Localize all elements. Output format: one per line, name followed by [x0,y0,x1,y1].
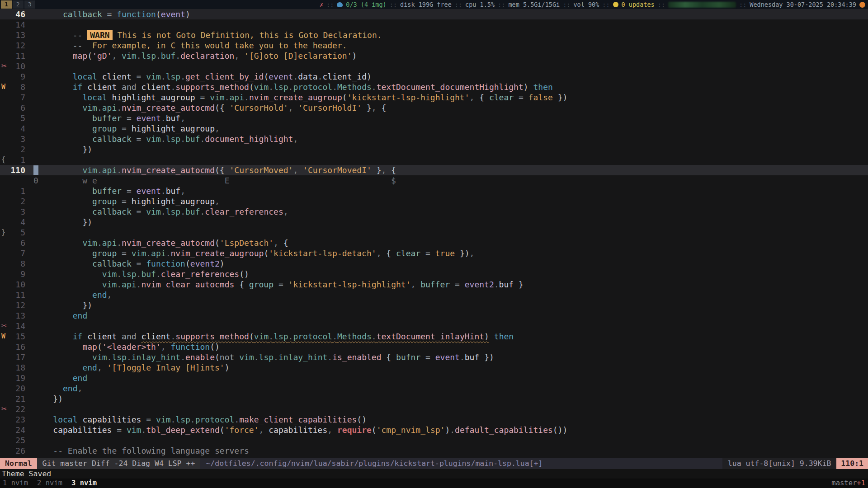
tmux-window-3[interactable]: 3 nvim [71,479,97,488]
line-text [25,61,33,71]
separator: :: [739,1,746,8]
line-number: 20 [10,383,25,394]
line-text [25,404,33,414]
code-line[interactable]: 12 }) [0,300,868,310]
line-number: 22 [10,404,25,414]
code-line[interactable]: 11 map('gD', vim.lsp.buf.declaration, '[… [0,51,868,61]
code-line[interactable]: ✂14 [0,321,868,331]
code-line[interactable]: 10 vim.api.nvim_clear_autocmds { group =… [0,279,868,290]
line-text: callback = vim.lsp.buf.document_highligh… [25,134,298,144]
code-line[interactable]: 13 end [0,310,868,321]
line-text: }) [25,394,63,404]
sign-column [0,113,10,123]
code-line[interactable]: ✂22 [0,404,868,414]
updates-icon [613,2,618,7]
line-number: 11 [10,51,25,61]
separator: :: [602,1,609,8]
code-line[interactable]: 20 end, [0,383,868,394]
code-line[interactable]: 1 buffer = event.buf, [0,186,868,196]
code-line[interactable]: 5 buffer = event.buf, [0,113,868,123]
code-line[interactable]: 6 vim.api.nvim_create_autocmd('LspDetach… [0,238,868,248]
line-number: 12 [10,300,25,310]
line-text: }) [25,300,92,310]
line-text: callback = function(event2) [25,258,225,269]
sign-column [0,30,10,40]
code-line[interactable]: 2 }) [0,144,868,155]
code-line[interactable]: 8 callback = function(event2) [0,258,868,269]
sign-column [0,103,10,113]
terminal-tab-1[interactable]: 1 [1,0,12,9]
code-line[interactable]: 24 capabilities = vim.tbl_deep_extend('f… [0,425,868,435]
tmux-window-2[interactable]: 2 nvim [37,479,62,488]
code-line[interactable]: 3 callback = vim.lsp.buf.clear_reference… [0,206,868,217]
code-line[interactable]: 12 -- For example, in C this would take … [0,40,868,51]
line-text: end [25,310,87,321]
code-line[interactable]: 13 -- WARN This is not Goto Definition, … [0,30,868,40]
code-line[interactable]: }5 [0,227,868,238]
docker-containers: 0/3 (4 img) [346,1,386,8]
code-line[interactable]: {1 [0,155,868,165]
tmux-window-1[interactable]: 1 nvim [3,479,28,488]
virtual-hint-line[interactable]: 0 w e E $ [0,175,868,186]
line-number: 17 [10,352,25,362]
code-line[interactable]: 16 map('<leader>th', function() [0,342,868,352]
code-line[interactable]: 9 local client = vim.lsp.get_client_by_i… [0,71,868,82]
code-line[interactable]: 11 end, [0,290,868,300]
brace-sign-icon: { [0,155,10,165]
line-number: 1 [10,186,25,196]
line-text: capabilities = vim.tbl_deep_extend('forc… [25,425,567,435]
scissors-icon: ✂ [0,61,10,71]
code-line[interactable]: 4 group = highlight_augroup, [0,123,868,134]
code-line[interactable]: 25 [0,435,868,446]
code-line[interactable]: 110 vim.api.nvim_create_autocmd({ 'Curso… [0,165,868,175]
sign-column [0,165,10,175]
code-line[interactable]: 6 vim.api.nvim_create_autocmd({ 'CursorH… [0,103,868,113]
code-line[interactable]: 7 group = vim.api.nvim_create_augroup('k… [0,248,868,258]
sign-column [0,342,10,352]
sign-column [0,435,10,446]
code-line[interactable]: 2 group = highlight_augroup, [0,196,868,206]
code-line[interactable]: 19 end [0,373,868,383]
separator: :: [455,1,462,8]
code-line[interactable]: 46 callback = function(event) [0,9,868,19]
line-text: end, [25,383,82,394]
code-line[interactable]: 21 }) [0,394,868,404]
sign-column [0,217,10,227]
disk-status: disk 199G free [400,1,452,8]
line-number: 1 [10,155,25,165]
cursor-block [33,165,38,175]
line-number: 4 [10,123,25,134]
terminal-tab-3[interactable]: 3 [24,0,35,9]
code-line[interactable]: 9 vim.lsp.buf.clear_references() [0,269,868,279]
neovim-buffer[interactable]: 46 callback = function(event)1413 -- WAR… [0,9,868,458]
line-text [25,321,33,331]
code-line[interactable]: ✂10 [0,61,868,71]
line-number: 7 [10,248,25,258]
line-text: vim.api.nvim_clear_autocmds { group = 'k… [25,279,524,290]
code-line[interactable]: W15 if client and client.supports_method… [0,331,868,342]
separator: :: [498,1,505,8]
line-number: 4 [10,217,25,227]
code-line[interactable]: 3 callback = vim.lsp.buf.document_highli… [0,134,868,144]
mode-indicator: Normal [0,458,37,469]
code-line[interactable]: 18 end, '[T]oggle Inlay [H]ints') [0,362,868,373]
sign-column [0,123,10,134]
code-line[interactable]: 17 vim.lsp.inlay_hint.enable(not vim.lsp… [0,352,868,362]
line-number: 14 [10,321,25,331]
line-number: 14 [10,19,25,30]
code-line[interactable]: 14 [0,19,868,30]
terminal-tab-2[interactable]: 2 [13,0,24,9]
line-text: group = highlight_augroup, [25,196,220,206]
line-text: local client = vim.lsp.get_client_by_id(… [25,71,372,82]
code-line[interactable]: 26 -- Enable the following language serv… [0,446,868,456]
line-text [25,19,33,30]
line-number: 46 [10,9,25,19]
sign-column [0,414,10,425]
code-line[interactable]: 7 local highlight_augroup = vim.api.nvim… [0,92,868,103]
code-line[interactable]: 23 local capabilities = vim.lsp.protocol… [0,414,868,425]
line-number: 8 [10,258,25,269]
code-line[interactable]: 4 }) [0,217,868,227]
git-status: Git master Diff -24 Diag W4 LSP ++ [37,458,201,469]
code-line[interactable]: W8 if client and client.supports_method(… [0,82,868,92]
cursor-position: 110:1 [836,458,868,469]
